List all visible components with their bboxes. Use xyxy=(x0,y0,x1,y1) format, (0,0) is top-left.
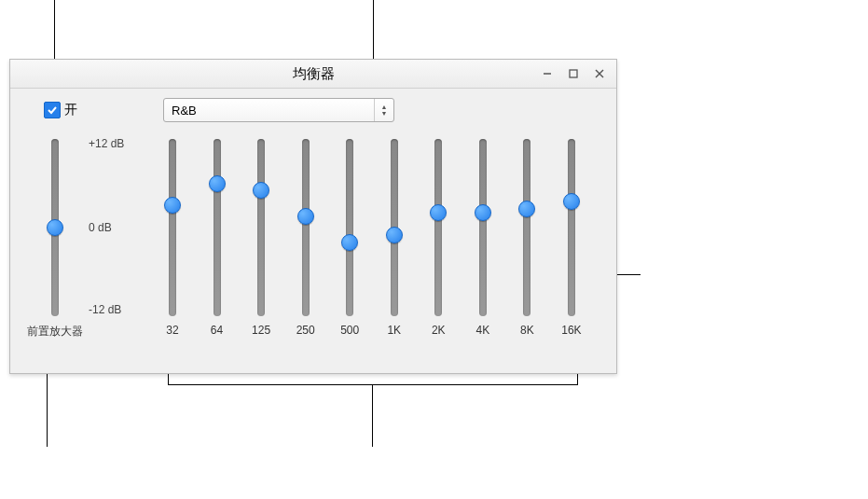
band-32: 32 xyxy=(154,139,191,340)
scale-min-label: -12 dB xyxy=(89,303,121,316)
check-icon xyxy=(48,105,57,115)
band-thumb-8K[interactable] xyxy=(518,201,535,217)
preamp-thumb[interactable] xyxy=(47,219,63,236)
band-thumb-32[interactable] xyxy=(164,197,181,214)
band-500: 500 xyxy=(331,139,368,340)
close-icon xyxy=(595,69,604,78)
band-8K: 8K xyxy=(508,139,545,340)
band-freq-label: 4K xyxy=(475,324,489,337)
band-16K: 16K xyxy=(553,139,590,340)
band-thumb-500[interactable] xyxy=(341,234,358,251)
band-freq-label: 125 xyxy=(252,324,270,337)
maximize-button[interactable] xyxy=(560,63,586,84)
preset-value: R&B xyxy=(172,104,197,118)
band-thumb-4K[interactable] xyxy=(475,204,491,221)
band-slider-250[interactable] xyxy=(302,139,310,316)
close-button[interactable] xyxy=(586,63,613,84)
band-freq-label: 2K xyxy=(432,324,446,337)
band-slider-500[interactable] xyxy=(346,139,353,316)
band-freq-label: 1K xyxy=(387,324,401,337)
band-freq-label: 64 xyxy=(211,324,223,337)
preset-select[interactable]: R&B ▲▼ xyxy=(163,98,394,122)
band-freq-label: 500 xyxy=(340,324,359,337)
band-2K: 2K xyxy=(420,139,457,340)
scale-labels: +12 dB 0 dB -12 dB xyxy=(83,139,154,340)
band-64: 64 xyxy=(199,139,236,340)
maximize-icon xyxy=(569,69,578,78)
bands-container: 32641252505001K2K4K8K16K xyxy=(154,139,599,340)
band-thumb-64[interactable] xyxy=(209,175,226,192)
preamp-slider[interactable] xyxy=(51,139,59,316)
svg-rect-1 xyxy=(570,70,577,77)
band-thumb-1K[interactable] xyxy=(386,227,403,243)
minimize-button[interactable] xyxy=(534,63,560,84)
window-title: 均衡器 xyxy=(293,65,335,83)
band-4K: 4K xyxy=(464,139,502,340)
on-checkbox-wrap[interactable]: 开 xyxy=(44,102,77,118)
band-slider-64[interactable] xyxy=(214,139,221,316)
select-stepper-icon: ▲▼ xyxy=(374,99,393,121)
window-controls xyxy=(534,60,613,88)
band-slider-1K[interactable] xyxy=(391,139,398,316)
band-slider-8K[interactable] xyxy=(523,139,530,316)
on-label: 开 xyxy=(64,102,77,118)
band-slider-32[interactable] xyxy=(169,139,176,316)
band-125: 125 xyxy=(242,139,280,340)
band-thumb-250[interactable] xyxy=(297,208,314,225)
band-1K: 1K xyxy=(376,139,413,340)
scale-max-label: +12 dB xyxy=(89,137,124,150)
band-freq-label: 8K xyxy=(520,324,534,337)
preamp-label: 前置放大器 xyxy=(27,324,83,340)
band-slider-4K[interactable] xyxy=(479,139,487,316)
band-freq-label: 32 xyxy=(166,324,178,337)
sliders-area: 前置放大器 +12 dB 0 dB -12 dB 32641252505001K… xyxy=(10,122,616,349)
band-thumb-2K[interactable] xyxy=(430,204,447,221)
equalizer-window: 均衡器 开 R&B ▲▼ xyxy=(9,59,617,374)
band-slider-125[interactable] xyxy=(257,139,265,316)
band-freq-label: 16K xyxy=(561,324,581,337)
band-250: 250 xyxy=(287,139,324,340)
top-controls: 开 R&B ▲▼ xyxy=(10,89,616,122)
preamp-column: 前置放大器 xyxy=(27,139,83,340)
band-slider-2K[interactable] xyxy=(434,139,442,316)
scale-mid-label: 0 dB xyxy=(89,221,112,234)
band-thumb-125[interactable] xyxy=(253,182,269,199)
on-checkbox[interactable] xyxy=(44,102,61,118)
minimize-icon xyxy=(543,69,552,78)
band-thumb-16K[interactable] xyxy=(563,193,580,210)
band-slider-16K[interactable] xyxy=(568,139,575,316)
band-freq-label: 250 xyxy=(296,324,315,337)
titlebar: 均衡器 xyxy=(10,60,616,89)
